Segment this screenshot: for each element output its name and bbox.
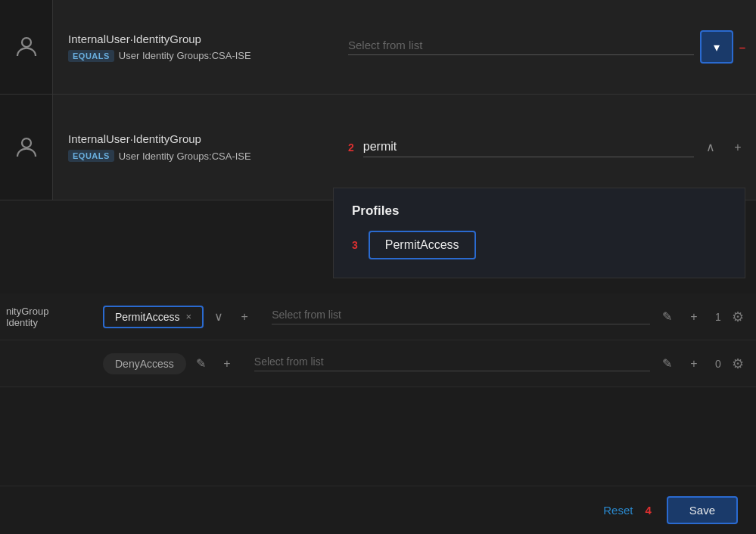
user-icon-1 — [13, 33, 40, 61]
permit-row: nityGroup Identity PermitAccess × ∨ + Se… — [0, 293, 756, 340]
permit-edit-icon[interactable]: ✎ — [656, 306, 677, 328]
reset-button[interactable]: Reset — [603, 504, 633, 517]
rule-icon-cell-1 — [0, 0, 53, 94]
deny-gear-icon[interactable]: ⚙ — [732, 355, 744, 372]
search-input-area — [363, 137, 694, 157]
permit-access-tag-label: PermitAccess — [115, 311, 180, 323]
dropdown-button-1[interactable]: ▾ — [700, 30, 733, 64]
permit-chevron-button[interactable]: ∨ — [208, 306, 229, 328]
deny-access-tag-label: DenyAccess — [115, 358, 174, 370]
user-icon-2 — [13, 134, 40, 161]
rule-title-2: InternalUser·IdentityGroup — [68, 132, 325, 145]
deny-right-area: Select from list ✎ + 0 ⚙ — [242, 353, 756, 374]
select-area-2: 2 ∧ + — [341, 137, 756, 158]
rule-row-2: InternalUser·IdentityGroup EQUALS User I… — [0, 95, 756, 200]
permit-gear-icon[interactable]: ⚙ — [732, 309, 744, 325]
remove-permit-tag-button[interactable]: × — [186, 311, 192, 322]
svg-point-0 — [22, 38, 31, 47]
partial-left-text: nityGroup Identity — [0, 306, 91, 328]
condition-value-2: User Identity Groups:CSA-ISE — [119, 151, 251, 162]
deny-edit-icon[interactable]: ✎ — [191, 353, 212, 374]
main-container: InternalUser·IdentityGroup EQUALS User I… — [0, 0, 756, 534]
permit-tag-area: PermitAccess × ∨ + — [91, 306, 260, 328]
footer: Reset 4 Save — [0, 486, 756, 534]
permit-access-label: PermitAccess — [385, 238, 459, 251]
rule-condition-1: EQUALS User Identity Groups:CSA-ISE — [68, 50, 325, 62]
deny-right-add-button[interactable]: + — [683, 353, 705, 374]
rule-info-2: InternalUser·IdentityGroup EQUALS User I… — [53, 120, 341, 174]
edit-icon-permit: ✎ — [662, 309, 672, 324]
deny-access-tag: DenyAccess — [103, 353, 186, 374]
save-button[interactable]: Save — [667, 496, 738, 524]
select-area-1: Select from list ▾ – — [341, 30, 756, 64]
svg-point-1 — [22, 138, 31, 147]
plus-icon-permit: + — [241, 310, 248, 324]
select-placeholder-1: Select from list — [348, 39, 694, 55]
rule-icon-cell-2 — [0, 95, 53, 200]
bottom-section: nityGroup Identity PermitAccess × ∨ + Se… — [0, 293, 756, 387]
chevron-down-icon-permit: ∨ — [214, 309, 223, 324]
step-num-2: 2 — [348, 141, 354, 154]
search-input[interactable] — [363, 137, 694, 157]
rule-row-1: InternalUser·IdentityGroup EQUALS User I… — [0, 0, 756, 95]
chevron-down-icon-1: ▾ — [714, 40, 720, 54]
permit-right-area: Select from list ✎ + 1 ⚙ — [260, 306, 756, 328]
permit-right-add-button[interactable]: + — [683, 306, 705, 328]
collapse-icon: ∧ — [706, 140, 715, 154]
permit-select-placeholder: Select from list — [272, 309, 650, 324]
rule-info-1: InternalUser·IdentityGroup EQUALS User I… — [53, 20, 341, 74]
rule-title-1: InternalUser·IdentityGroup — [68, 33, 325, 45]
collapse-button[interactable]: ∧ — [700, 137, 721, 158]
panel-section-title: Profiles — [352, 203, 726, 219]
equals-badge-2: EQUALS — [68, 150, 114, 162]
permit-access-tag: PermitAccess × — [103, 306, 204, 328]
permit-add-button[interactable]: + — [234, 306, 255, 328]
add-button-2[interactable]: + — [727, 137, 748, 158]
deny-row: DenyAccess ✎ + Select from list ✎ + 0 ⚙ — [0, 340, 756, 387]
deny-tag-area: DenyAccess ✎ + — [91, 353, 242, 374]
step-num-panel: 3 — [352, 239, 358, 251]
rule-condition-2: EQUALS User Identity Groups:CSA-ISE — [68, 150, 325, 162]
edit-icon-deny-right: ✎ — [662, 356, 672, 371]
deny-count: 0 — [711, 358, 726, 370]
permit-access-option[interactable]: PermitAccess — [369, 231, 476, 259]
plus-icon-deny: + — [223, 357, 230, 371]
deny-select-placeholder: Select from list — [254, 355, 650, 371]
permit-count: 1 — [711, 311, 726, 323]
deny-add-button[interactable]: + — [216, 353, 238, 374]
equals-badge-1: EQUALS — [68, 50, 114, 62]
plus-icon-deny-right: + — [690, 357, 697, 371]
step-num-footer: 4 — [645, 504, 651, 517]
condition-value-1: User Identity Groups:CSA-ISE — [119, 50, 251, 61]
step-badge-1: – — [739, 41, 745, 54]
edit-icon-deny: ✎ — [196, 356, 206, 371]
dropdown-panel: Profiles 3 PermitAccess — [333, 188, 745, 278]
plus-icon-permit-right: + — [690, 310, 697, 324]
plus-icon-2: + — [734, 141, 741, 154]
deny-right-edit-icon[interactable]: ✎ — [656, 353, 677, 374]
